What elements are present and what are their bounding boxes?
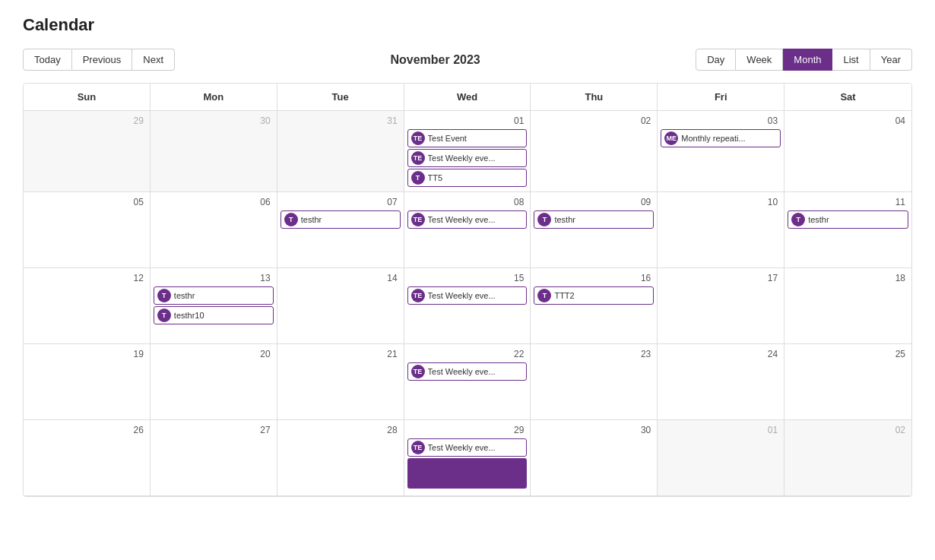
- view-list-button[interactable]: List: [832, 49, 870, 71]
- calendar-cell[interactable]: 11Ttesthr: [784, 192, 911, 268]
- view-week-button[interactable]: Week: [736, 49, 783, 71]
- today-button[interactable]: Today: [23, 49, 72, 71]
- calendar-cell[interactable]: 15TETest Weekly eve...: [404, 268, 531, 344]
- calendar-cell[interactable]: 29TETest Weekly eve...: [404, 420, 531, 496]
- header-sat: Sat: [784, 84, 911, 111]
- calendar-cell[interactable]: 02: [784, 420, 911, 496]
- calendar-body: 29303101TETest EventTETest Weekly eve...…: [24, 111, 911, 496]
- nav-button-group: Today Previous Next: [23, 49, 175, 71]
- calendar-event[interactable]: TETest Event: [407, 129, 528, 147]
- calendar-cell[interactable]: 24: [658, 344, 784, 420]
- calendar-cell[interactable]: 04: [784, 111, 911, 192]
- calendar-cell[interactable]: 12: [24, 268, 151, 344]
- previous-button[interactable]: Previous: [72, 49, 133, 71]
- calendar-cell[interactable]: 05: [24, 192, 151, 268]
- calendar-cell[interactable]: 28: [277, 420, 404, 496]
- calendar-event[interactable]: TETest Weekly eve...: [407, 286, 528, 305]
- header-mon: Mon: [151, 84, 277, 111]
- calendar-cell[interactable]: 08TETest Weekly eve...: [404, 192, 531, 268]
- calendar-cell[interactable]: 16TTTT2: [531, 268, 658, 344]
- calendar-event[interactable]: TTT5: [407, 169, 528, 187]
- event-fullblock[interactable]: [407, 458, 528, 489]
- calendar-event[interactable]: TETest Weekly eve...: [407, 362, 528, 381]
- calendar-event[interactable]: Ttesthr: [280, 210, 401, 229]
- calendar-grid: Sun Mon Tue Wed Thu Fri Sat 29303101TETe…: [23, 83, 912, 497]
- calendar-cell[interactable]: 27: [151, 420, 277, 496]
- view-month-button[interactable]: Month: [783, 49, 832, 71]
- calendar-cell[interactable]: 26: [24, 420, 151, 496]
- calendar-cell[interactable]: 29: [24, 111, 151, 192]
- header-tue: Tue: [277, 84, 404, 111]
- calendar-cell[interactable]: 02: [531, 111, 658, 192]
- calendar-event[interactable]: TETest Weekly eve...: [407, 149, 528, 167]
- header-fri: Fri: [658, 84, 784, 111]
- calendar-cell[interactable]: 23: [531, 344, 658, 420]
- calendar-event[interactable]: TTTT2: [534, 286, 654, 305]
- calendar-cell[interactable]: 20: [151, 344, 277, 420]
- calendar-cell[interactable]: 01TETest EventTETest Weekly eve...TTT5: [404, 111, 531, 192]
- calendar-cell[interactable]: 10: [658, 192, 784, 268]
- calendar-header: Sun Mon Tue Wed Thu Fri Sat: [24, 84, 911, 111]
- calendar-cell[interactable]: 30: [151, 111, 277, 192]
- page-title: Calendar: [23, 15, 912, 35]
- calendar-event[interactable]: TETest Weekly eve...: [407, 210, 528, 229]
- calendar-event[interactable]: TETest Weekly eve...: [407, 438, 528, 457]
- calendar-event[interactable]: Ttesthr: [154, 286, 274, 305]
- calendar-cell[interactable]: 18: [784, 268, 911, 344]
- calendar-cell[interactable]: 25: [784, 344, 911, 420]
- calendar-cell[interactable]: 31: [277, 111, 404, 192]
- calendar-cell[interactable]: 14: [277, 268, 404, 344]
- calendar-cell[interactable]: 13TtesthrTtesthr10: [151, 268, 277, 344]
- calendar-cell[interactable]: 03MEMonthly repeati...: [658, 111, 784, 192]
- calendar-cell[interactable]: 06: [151, 192, 277, 268]
- view-year-button[interactable]: Year: [870, 49, 912, 71]
- calendar-event[interactable]: Ttesthr: [534, 210, 654, 229]
- calendar-event[interactable]: Ttesthr10: [154, 306, 274, 324]
- calendar-cell[interactable]: 01: [658, 420, 784, 496]
- calendar-cell[interactable]: 09Ttesthr: [531, 192, 658, 268]
- calendar-cell[interactable]: 17: [658, 268, 784, 344]
- calendar-cell[interactable]: 21: [277, 344, 404, 420]
- header-thu: Thu: [531, 84, 658, 111]
- calendar-cell[interactable]: 22TETest Weekly eve...: [404, 344, 531, 420]
- calendar-cell[interactable]: 30: [531, 420, 658, 496]
- header-sun: Sun: [24, 84, 151, 111]
- next-button[interactable]: Next: [132, 49, 175, 71]
- calendar-event[interactable]: MEMonthly repeati...: [661, 129, 781, 147]
- header-wed: Wed: [404, 84, 531, 111]
- calendar-cell[interactable]: 19: [24, 344, 151, 420]
- view-button-group: Day Week Month List Year: [696, 49, 912, 71]
- calendar-cell[interactable]: 07Ttesthr: [277, 192, 404, 268]
- view-day-button[interactable]: Day: [696, 49, 736, 71]
- month-title: November 2023: [175, 53, 696, 67]
- calendar-event[interactable]: Ttesthr: [788, 210, 908, 229]
